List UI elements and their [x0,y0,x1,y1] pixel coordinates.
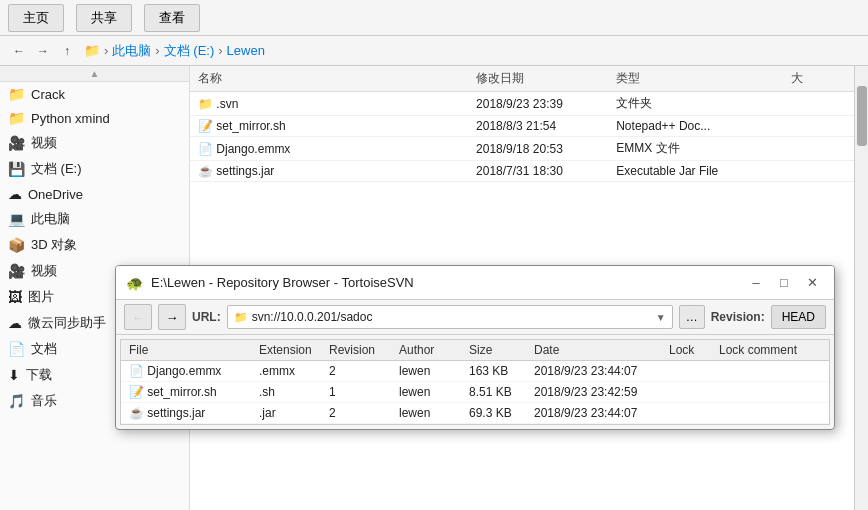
file-type-django: EMMX 文件 [608,140,783,157]
svn-col-header-author[interactable]: Author [391,343,461,357]
main-toolbar: 主页 共享 查看 [0,0,868,36]
sidebar-item-3dobjects[interactable]: 📦 3D 对象 [0,232,189,258]
folder-icon: 📁 [8,110,25,126]
svn-col-header-size[interactable]: Size [461,343,526,357]
table-row[interactable]: 📁 .svn 2018/9/23 23:39 文件夹 [190,92,854,116]
sidebar-item-video1[interactable]: 🎥 视频 [0,130,189,156]
col-header-date[interactable]: 修改日期 [468,70,608,87]
svn-col-header-ext[interactable]: Extension [251,343,321,357]
svn-author-1: lewen [391,364,461,378]
svn-file-name-2: 📝 set_mirror.sh [121,385,251,399]
svn-window-icon: 🐢 [126,275,143,291]
file-type-mirror: Notepad++ Doc... [608,119,783,133]
nav-controls: ← → ↑ [8,40,78,62]
file-name-settings: ☕ settings.jar [190,164,468,178]
file-list-header: 名称 修改日期 类型 大 [190,66,854,92]
forward-button[interactable]: → [32,40,54,62]
svn-col-header-lock[interactable]: Lock [661,343,711,357]
sidebar-item-python-xmind[interactable]: 📁 Python xmind [0,106,189,130]
svn-window: 🐢 E:\Lewen - Repository Browser - Tortoi… [115,265,835,430]
file-name-django: 📄 Django.emmx [190,142,468,156]
3d-icon: 📦 [8,237,25,253]
sidebar-item-onedrive[interactable]: ☁ OneDrive [0,182,189,206]
up-button[interactable]: ↑ [56,40,78,62]
svn-col-header-comment[interactable]: Lock comment [711,343,829,357]
svn-url-box[interactable]: 📁 svn://10.0.0.201/sadoc ▼ [227,305,673,329]
share-button[interactable]: 共享 [76,4,132,32]
breadcrumb: 📁 › 此电脑 › 文档 (E:) › Lewen [84,42,265,60]
table-row[interactable]: ☕ settings.jar 2018/7/31 18:30 Executabl… [190,161,854,182]
minimize-button[interactable]: – [744,271,768,295]
file-type-settings: Executable Jar File [608,164,783,178]
svn-col-header-rev[interactable]: Revision [321,343,391,357]
svn-date-1: 2018/9/23 23:44:07 [526,364,661,378]
svn-revision-label: Revision: [711,310,765,324]
drive-icon: 💾 [8,161,25,177]
svn-file-icon-2: 📝 [129,385,147,399]
svn-toolbar: ← → URL: 📁 svn://10.0.0.201/sadoc ▼ … Re… [116,300,834,335]
view-button[interactable]: 查看 [144,4,200,32]
svn-file-icon-1: 📄 [129,364,147,378]
table-row[interactable]: 📝 set_mirror.sh 2018/8/3 21:54 Notepad++… [190,116,854,137]
scroll-thumb[interactable] [857,86,867,146]
svn-author-2: lewen [391,385,461,399]
svn-forward-button[interactable]: → [158,304,186,330]
svn-ext-1: .emmx [251,364,321,378]
sidebar-item-drive-e[interactable]: 💾 文档 (E:) [0,156,189,182]
svn-file-name-1: 📄 Django.emmx [121,364,251,378]
breadcrumb-pc[interactable]: 此电脑 [112,42,151,60]
col-header-type[interactable]: 类型 [608,70,783,87]
svn-ext-2: .sh [251,385,321,399]
file-date-settings: 2018/7/31 18:30 [468,164,608,178]
file-date-svn: 2018/9/23 23:39 [468,97,608,111]
svn-ext-3: .jar [251,406,321,420]
svn-url-label: URL: [192,310,221,324]
folder-small-icon: 📁 [234,311,248,324]
svn-window-title: E:\Lewen - Repository Browser - Tortoise… [151,275,736,290]
video-icon2: 🎥 [8,263,25,279]
svn-table-row[interactable]: 📄 Django.emmx .emmx 2 lewen 163 KB 2018/… [121,361,829,382]
close-button[interactable]: ✕ [800,271,824,295]
sidebar-item-thispc[interactable]: 💻 此电脑 [0,206,189,232]
svn-url-dropdown-icon[interactable]: ▼ [656,312,666,323]
col-header-name[interactable]: 名称 [190,70,468,87]
address-bar: ← → ↑ 📁 › 此电脑 › 文档 (E:) › Lewen [0,36,868,66]
svn-browse-button[interactable]: … [679,305,705,329]
svn-size-3: 69.3 KB [461,406,526,420]
sidebar-item-crack[interactable]: 📁 Crack [0,82,189,106]
table-row[interactable]: 📄 Django.emmx 2018/9/18 20:53 EMMX 文件 [190,137,854,161]
svn-file-icon-3: ☕ [129,406,147,420]
svn-table-row[interactable]: ☕ settings.jar .jar 2 lewen 69.3 KB 2018… [121,403,829,424]
scroll-up-indicator: ▲ [0,66,189,82]
col-header-size[interactable]: 大 [783,70,854,87]
svn-col-header-date[interactable]: Date [526,343,661,357]
svn-table: File Extension Revision Author Size Date… [120,339,830,425]
music-icon: 🎵 [8,393,25,409]
file-type-svn: 文件夹 [608,95,783,112]
video-icon: 🎥 [8,135,25,151]
svn-back-button[interactable]: ← [124,304,152,330]
svn-url-text: svn://10.0.0.201/sadoc [252,310,656,324]
cloud-icon: ☁ [8,186,22,202]
svn-size-2: 8.51 KB [461,385,526,399]
svn-file-name-3: ☕ settings.jar [121,406,251,420]
file-date-django: 2018/9/18 20:53 [468,142,608,156]
breadcrumb-folder[interactable]: Lewen [227,43,265,58]
file-date-mirror: 2018/8/3 21:54 [468,119,608,133]
svn-table-header: File Extension Revision Author Size Date… [121,340,829,361]
maximize-button[interactable]: □ [772,271,796,295]
folder-icon: 📁 [8,86,25,102]
file-name-svn: 📁 .svn [190,97,468,111]
svn-rev-3: 2 [321,406,391,420]
svn-titlebar: 🐢 E:\Lewen - Repository Browser - Tortoi… [116,266,834,300]
breadcrumb-drive[interactable]: 文档 (E:) [164,42,215,60]
back-button[interactable]: ← [8,40,30,62]
svn-revision-button[interactable]: HEAD [771,305,826,329]
pc-icon: 💻 [8,211,25,227]
breadcrumb-item[interactable]: 📁 [84,43,100,58]
svn-col-header-file[interactable]: File [121,343,251,357]
scroll-indicator [854,66,868,510]
home-button[interactable]: 主页 [8,4,64,32]
file-name-mirror: 📝 set_mirror.sh [190,119,468,133]
svn-table-row[interactable]: 📝 set_mirror.sh .sh 1 lewen 8.51 KB 2018… [121,382,829,403]
